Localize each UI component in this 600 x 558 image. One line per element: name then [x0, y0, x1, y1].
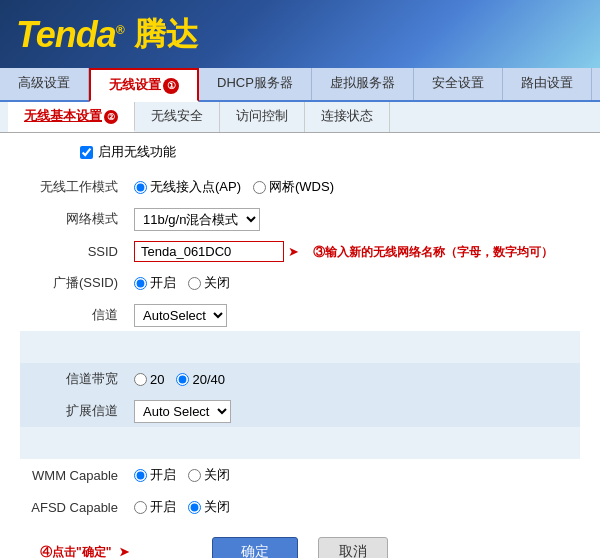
main-nav: 高级设置 无线设置① DHCP服务器 虚拟服务器 安全设置 路由设置	[0, 68, 600, 102]
ext-channel-select[interactable]: Auto Select	[134, 400, 231, 423]
logo-chinese: 腾达	[134, 13, 198, 57]
nav-route[interactable]: 路由设置	[503, 68, 592, 100]
wmm-on-label[interactable]: 开启	[134, 466, 176, 484]
bw-2040-label[interactable]: 20/40	[176, 372, 225, 387]
subnav-basic[interactable]: 无线基本设置②	[8, 102, 135, 132]
wmm-off-radio[interactable]	[188, 469, 201, 482]
wmm-off-text: 关闭	[204, 466, 230, 484]
header: Tenda® 腾达	[0, 0, 600, 68]
afsd-value: 开启 关闭	[130, 491, 580, 523]
nav-virtual[interactable]: 虚拟服务器	[312, 68, 414, 100]
enable-wireless-checkbox[interactable]	[80, 146, 93, 159]
logo-tenda: Tenda®	[16, 14, 124, 56]
mode-wds-text: 网桥(WDS)	[269, 178, 334, 196]
broadcast-off-text: 关闭	[204, 274, 230, 292]
mode-ap-label[interactable]: 无线接入点(AP)	[134, 178, 241, 196]
logo-reg: ®	[116, 23, 124, 37]
subnav-basic-label: 无线基本设置	[24, 108, 102, 123]
broadcast-group: 开启 关闭	[134, 274, 580, 292]
enable-wireless-label[interactable]: 启用无线功能	[98, 143, 176, 161]
ssid-value: ➤ ③输入新的无线网络名称（字母，数字均可）	[130, 235, 580, 267]
mode-ap-radio[interactable]	[134, 181, 147, 194]
enable-wireless-row: 启用无线功能	[20, 143, 580, 161]
broadcast-on-text: 开启	[150, 274, 176, 292]
confirm-button[interactable]: 确定	[212, 537, 298, 558]
divider-1	[20, 331, 580, 363]
wmm-on-radio[interactable]	[134, 469, 147, 482]
broadcast-row: 广播(SSID) 开启 关闭	[20, 267, 580, 299]
broadcast-on-radio[interactable]	[134, 277, 147, 290]
broadcast-on-label[interactable]: 开启	[134, 274, 176, 292]
broadcast-off-label[interactable]: 关闭	[188, 274, 230, 292]
wmm-on-text: 开启	[150, 466, 176, 484]
netmode-row: 网络模式 11b/g/n混合模式	[20, 203, 580, 235]
nav-security[interactable]: 安全设置	[414, 68, 503, 100]
ssid-row: SSID ➤ ③输入新的无线网络名称（字母，数字均可）	[20, 235, 580, 267]
afsd-row: AFSD Capable 开启 关闭	[20, 491, 580, 523]
netmode-label: 网络模式	[20, 203, 130, 235]
content-area: 启用无线功能 无线工作模式 无线接入点(AP) 网桥(WDS)	[0, 133, 600, 558]
netmode-value: 11b/g/n混合模式	[130, 203, 580, 235]
logo-en-text: Tenda	[16, 14, 116, 55]
wireless-form-table: 无线工作模式 无线接入点(AP) 网桥(WDS) 网络模式	[20, 171, 580, 523]
channel-row: 信道 AutoSelect	[20, 299, 580, 331]
button-area: ④点击"确定" ➤ 确定 取消	[20, 537, 580, 558]
subnav-security[interactable]: 无线安全	[135, 102, 220, 132]
divider-2	[20, 427, 580, 459]
afsd-on-text: 开启	[150, 498, 176, 516]
bw-2040-text: 20/40	[192, 372, 225, 387]
nav-wireless[interactable]: 无线设置①	[89, 68, 199, 102]
broadcast-label: 广播(SSID)	[20, 267, 130, 299]
wmm-row: WMM Capable 开启 关闭	[20, 459, 580, 491]
ext-channel-label: 扩展信道	[20, 395, 130, 427]
nav-advanced[interactable]: 高级设置	[0, 68, 89, 100]
afsd-group: 开启 关闭	[134, 498, 580, 516]
ext-channel-value: Auto Select	[130, 395, 580, 427]
bandwidth-value: 20 20/40	[130, 363, 580, 395]
bandwidth-label: 信道带宽	[20, 363, 130, 395]
afsd-off-radio[interactable]	[188, 501, 201, 514]
ext-channel-row: 扩展信道 Auto Select	[20, 395, 580, 427]
cancel-button[interactable]: 取消	[318, 537, 388, 558]
ssid-callout: ③输入新的无线网络名称（字母，数字均可）	[313, 244, 553, 261]
step-callout-text: ④点击"确定"	[40, 545, 111, 559]
bw-20-label[interactable]: 20	[134, 372, 164, 387]
confirm-arrow: ➤	[119, 545, 129, 559]
nav-dhcp[interactable]: DHCP服务器	[199, 68, 312, 100]
subnav-step-circle-2: ②	[104, 110, 118, 124]
afsd-on-label[interactable]: 开启	[134, 498, 176, 516]
ssid-label: SSID	[20, 235, 130, 267]
bandwidth-group: 20 20/40	[134, 372, 580, 387]
broadcast-value: 开启 关闭	[130, 267, 580, 299]
afsd-off-label[interactable]: 关闭	[188, 498, 230, 516]
mode-wds-label[interactable]: 网桥(WDS)	[253, 178, 334, 196]
subnav-status[interactable]: 连接状态	[305, 102, 390, 132]
work-mode-group: 无线接入点(AP) 网桥(WDS)	[134, 178, 580, 196]
bw-20-text: 20	[150, 372, 164, 387]
afsd-off-text: 关闭	[204, 498, 230, 516]
sub-nav: 无线基本设置② 无线安全 访问控制 连接状态	[0, 102, 600, 133]
channel-label: 信道	[20, 299, 130, 331]
ssid-input[interactable]	[134, 241, 284, 262]
channel-value: AutoSelect	[130, 299, 580, 331]
afsd-label: AFSD Capable	[20, 491, 130, 523]
mode-label: 无线工作模式	[20, 171, 130, 203]
mode-wds-radio[interactable]	[253, 181, 266, 194]
mode-ap-text: 无线接入点(AP)	[150, 178, 241, 196]
subnav-access[interactable]: 访问控制	[220, 102, 305, 132]
bw-2040-radio[interactable]	[176, 373, 189, 386]
confirm-callout: ④点击"确定" ➤	[40, 544, 129, 559]
wmm-value: 开启 关闭	[130, 459, 580, 491]
broadcast-off-radio[interactable]	[188, 277, 201, 290]
mode-value: 无线接入点(AP) 网桥(WDS)	[130, 171, 580, 203]
wmm-label: WMM Capable	[20, 459, 130, 491]
wmm-off-label[interactable]: 关闭	[188, 466, 230, 484]
afsd-on-radio[interactable]	[134, 501, 147, 514]
ssid-arrow: ➤	[288, 244, 299, 259]
channel-select[interactable]: AutoSelect	[134, 304, 227, 327]
mode-row: 无线工作模式 无线接入点(AP) 网桥(WDS)	[20, 171, 580, 203]
netmode-select[interactable]: 11b/g/n混合模式	[134, 208, 260, 231]
bw-20-radio[interactable]	[134, 373, 147, 386]
bandwidth-row: 信道带宽 20 20/40	[20, 363, 580, 395]
wmm-group: 开启 关闭	[134, 466, 580, 484]
